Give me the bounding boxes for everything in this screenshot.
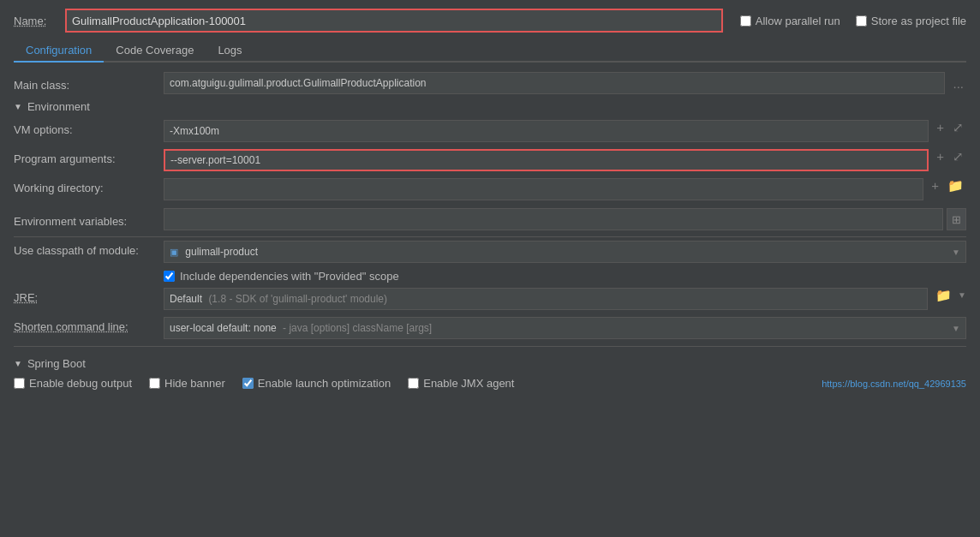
allow-parallel-run-item: Allow parallel run xyxy=(740,15,840,27)
working-dir-label: Working directory: xyxy=(14,178,164,194)
working-dir-input[interactable] xyxy=(164,178,923,200)
enable-jmx-label: Enable JMX agent xyxy=(423,377,514,390)
spring-boot-arrow-icon: ▼ xyxy=(14,359,22,368)
environment-label: Environment xyxy=(27,100,90,113)
shorten-cmd-label: Shorten command line: xyxy=(14,317,164,333)
vm-options-add-btn[interactable]: + xyxy=(934,120,947,134)
enable-debug-item: Enable debug output xyxy=(14,377,132,390)
jre-label: JRE: xyxy=(14,288,164,304)
jre-value: Default xyxy=(170,293,202,305)
working-dir-row: Working directory: + 📁 xyxy=(14,178,966,202)
include-deps-checkbox[interactable] xyxy=(164,271,175,282)
environment-arrow-icon: ▼ xyxy=(14,102,22,111)
tab-code-coverage[interactable]: Code Coverage xyxy=(104,39,206,63)
working-dir-folder-btn[interactable]: 📁 xyxy=(945,178,966,193)
vm-options-label: VM options: xyxy=(14,120,164,136)
program-args-expand-btn[interactable]: ⤢ xyxy=(950,149,966,164)
separator-1 xyxy=(14,236,966,237)
program-args-input[interactable] xyxy=(164,149,929,171)
name-label: Name: xyxy=(14,15,57,27)
env-vars-label: Environment variables: xyxy=(14,212,164,228)
vm-options-row: VM options: + ⤢ xyxy=(14,120,966,144)
env-vars-row: Environment variables: ⊞ xyxy=(14,207,966,231)
shorten-cmd-dropdown-arrow: ▼ xyxy=(952,324,960,333)
main-class-row: Main class: ... xyxy=(14,71,966,95)
program-args-row: Program arguments: + ⤢ xyxy=(14,149,966,173)
enable-launch-opt-checkbox[interactable] xyxy=(242,378,254,389)
working-dir-add-btn[interactable]: + xyxy=(929,178,941,193)
jre-desc: (1.8 - SDK of 'gulimall-product' module) xyxy=(208,293,387,305)
shorten-cmd-dropdown[interactable]: user-local default: none - java [options… xyxy=(164,317,966,339)
vm-options-expand-btn[interactable]: ⤢ xyxy=(950,120,966,134)
allow-parallel-run-checkbox[interactable] xyxy=(740,15,751,27)
enable-debug-label: Enable debug output xyxy=(29,377,132,390)
env-vars-input[interactable] xyxy=(164,208,943,230)
store-as-project-file-item: Store as project file xyxy=(856,15,966,27)
module-icon: ▣ xyxy=(170,247,178,257)
classpath-dropdown-arrow: ▼ xyxy=(952,248,960,257)
enable-launch-opt-item: Enable launch optimization xyxy=(242,377,391,390)
main-class-input[interactable] xyxy=(164,72,945,94)
classpath-row: Use classpath of module: ▣ gulimall-prod… xyxy=(14,241,966,265)
tabs-row: Configuration Code Coverage Logs xyxy=(14,39,966,63)
module-name: gulimall-product xyxy=(185,246,258,258)
spring-boot-options-row: Enable debug output Hide banner Enable l… xyxy=(14,377,966,390)
jre-folder-btn[interactable]: 📁 xyxy=(933,288,954,302)
classpath-dropdown[interactable]: ▣ gulimall-product ▼ xyxy=(164,241,966,263)
enable-debug-checkbox[interactable] xyxy=(14,378,25,389)
store-as-project-file-label: Store as project file xyxy=(871,15,966,27)
working-dir-actions: + 📁 xyxy=(929,178,966,193)
name-input[interactable] xyxy=(65,9,723,33)
enable-jmx-checkbox[interactable] xyxy=(408,378,419,389)
enable-jmx-item: Enable JMX agent xyxy=(408,377,514,390)
jre-dropdown[interactable]: Default (1.8 - SDK of 'gulimall-product'… xyxy=(164,288,928,310)
env-vars-expand-btn[interactable]: ⊞ xyxy=(947,208,966,230)
name-row: Name: Allow parallel run Store as projec… xyxy=(14,9,966,33)
spring-boot-label: Spring Boot xyxy=(27,357,86,370)
jre-row: JRE: Default (1.8 - SDK of 'gulimall-pro… xyxy=(14,288,966,312)
spring-boot-section: ▼ Spring Boot Enable debug output Hide b… xyxy=(14,346,966,390)
classpath-label: Use classpath of module: xyxy=(14,241,164,257)
hide-banner-checkbox[interactable] xyxy=(149,378,160,389)
tab-configuration[interactable]: Configuration xyxy=(14,39,104,63)
program-args-add-btn[interactable]: + xyxy=(934,149,947,164)
hide-banner-label: Hide banner xyxy=(164,377,225,390)
watermark: https://blog.csdn.net/qq_42969135 xyxy=(822,379,966,389)
jre-dropdown-arrow: ▼ xyxy=(958,290,966,300)
shorten-cmd-row: Shorten command line: user-local default… xyxy=(14,317,966,341)
content-area: Main class: ... ▼ Environment VM options… xyxy=(14,63,966,532)
shorten-cmd-value: user-local default: none xyxy=(170,322,277,334)
vm-options-actions: + ⤢ xyxy=(934,120,966,134)
main-class-actions: ... xyxy=(950,76,966,91)
store-as-project-file-checkbox[interactable] xyxy=(856,15,867,27)
environment-section-header[interactable]: ▼ Environment xyxy=(14,100,966,113)
hide-banner-item: Hide banner xyxy=(149,377,225,390)
program-args-actions: + ⤢ xyxy=(934,149,966,164)
name-options: Allow parallel run Store as project file xyxy=(740,15,966,27)
shorten-cmd-desc: - java [options] className [args] xyxy=(283,322,432,334)
main-class-browse-btn[interactable]: ... xyxy=(950,76,966,91)
program-args-label: Program arguments: xyxy=(14,149,164,165)
tab-logs[interactable]: Logs xyxy=(206,39,254,63)
enable-launch-opt-label: Enable launch optimization xyxy=(258,377,391,390)
allow-parallel-run-label: Allow parallel run xyxy=(756,15,840,27)
jre-actions: 📁 ▼ xyxy=(933,288,966,302)
main-class-label: Main class: xyxy=(14,75,164,92)
spring-boot-header[interactable]: ▼ Spring Boot xyxy=(14,357,966,370)
vm-options-input[interactable] xyxy=(164,120,929,142)
include-deps-row: Include dependencies with "Provided" sco… xyxy=(164,270,966,283)
include-deps-label: Include dependencies with "Provided" sco… xyxy=(180,270,399,283)
